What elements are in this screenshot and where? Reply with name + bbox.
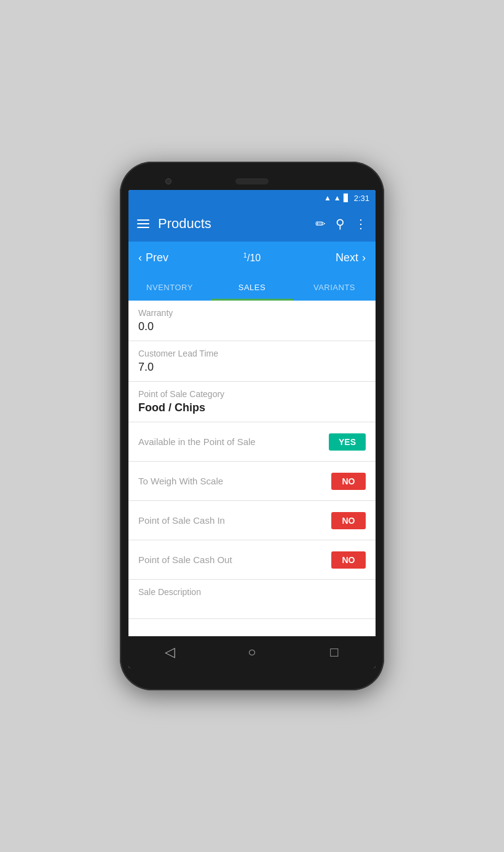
available-pos-label: Available in the Point of Sale [138,436,329,447]
tab-sales-label: SALES [238,283,266,292]
customer-lead-time-label: Customer Lead Time [138,349,218,358]
prev-button[interactable]: ‹ Prev [138,251,214,264]
pagination-nav: ‹ Prev 1/10 Next › [128,242,376,274]
app-bar-actions: ✏ ⚲ ⋮ [315,216,367,231]
pos-category-label: Point of Sale Category [138,389,224,399]
sale-description-field: Sale Description [128,580,376,619]
next-chevron-icon: › [362,251,366,264]
weigh-scale-badge[interactable]: NO [331,473,366,490]
back-nav-button[interactable]: ◁ [157,640,182,665]
recent-nav-icon: □ [330,644,338,660]
page-counter: 1/10 [214,251,289,264]
warranty-label: Warranty [138,308,173,318]
status-icons: ▲ ▲ ▊ 2:31 [324,194,369,203]
pos-cash-out-badge[interactable]: NO [331,551,366,569]
customer-lead-time-field: Customer Lead Time 7.0 [128,341,376,382]
warranty-value: 0.0 [138,320,154,333]
next-label: Next [336,251,358,264]
app-bar: Products ✏ ⚲ ⋮ [128,206,376,242]
current-page: 1 [243,251,247,259]
next-button[interactable]: Next › [290,251,366,264]
tab-inventory-label: NVENTORY [146,283,193,292]
phone-speaker [235,178,269,184]
hamburger-line-3 [137,227,149,228]
available-pos-field: Available in the Point of Sale YES [128,422,376,462]
back-nav-icon: ◁ [165,644,175,660]
phone-bottom-bar [128,668,376,679]
pos-cash-out-field: Point of Sale Cash Out NO [128,540,376,580]
home-nav-button[interactable]: ○ [240,640,264,665]
hamburger-menu-button[interactable] [137,219,149,228]
pos-cash-in-badge[interactable]: NO [331,512,366,529]
weigh-scale-field: To Weigh With Scale NO [128,462,376,501]
pos-category-field: Point of Sale Category Food / Chips [128,382,376,422]
warranty-field: Warranty 0.0 [128,301,376,341]
phone-camera [165,178,171,184]
tab-sales[interactable]: SALES [211,274,293,301]
more-options-icon[interactable]: ⋮ [355,216,367,231]
prev-label: Prev [146,251,168,264]
tab-variants-label: VARIANTS [313,283,355,292]
phone-screen: ▲ ▲ ▊ 2:31 Products ✏ ⚲ ⋮ ‹ P [128,190,376,668]
pos-cash-in-field: Point of Sale Cash In NO [128,501,376,540]
total-pages: 10 [250,253,261,263]
tabs-bar: NVENTORY SALES VARIANTS [128,274,376,301]
hamburger-line-2 [137,223,149,224]
available-pos-badge[interactable]: YES [329,433,366,451]
status-time: 2:31 [354,194,369,203]
tab-variants[interactable]: VARIANTS [293,274,376,301]
signal-icon: ▲ [334,194,341,202]
home-nav-icon: ○ [248,644,256,660]
pos-cash-in-label: Point of Sale Cash In [138,515,331,526]
status-bar: ▲ ▲ ▊ 2:31 [128,190,376,206]
recent-nav-button[interactable]: □ [322,640,347,665]
search-icon[interactable]: ⚲ [336,216,345,231]
pos-category-value: Food / Chips [138,401,205,414]
sale-description-label: Sale Description [138,587,201,597]
phone-top-bar [128,173,376,190]
edit-icon[interactable]: ✏ [315,216,326,231]
wifi-icon: ▲ [324,194,331,202]
prev-chevron-icon: ‹ [138,251,142,264]
tab-inventory[interactable]: NVENTORY [128,274,211,301]
phone-device: ▲ ▲ ▊ 2:31 Products ✏ ⚲ ⋮ ‹ P [120,162,384,690]
bottom-nav-bar: ◁ ○ □ [128,636,376,668]
battery-icon: ▊ [344,194,349,202]
pos-cash-out-label: Point of Sale Cash Out [138,554,331,565]
weigh-scale-label: To Weigh With Scale [138,476,331,486]
hamburger-line-1 [137,219,149,221]
content-area: Warranty 0.0 Customer Lead Time 7.0 Poin… [128,301,376,636]
app-title: Products [158,216,307,232]
customer-lead-time-value: 7.0 [138,361,154,374]
